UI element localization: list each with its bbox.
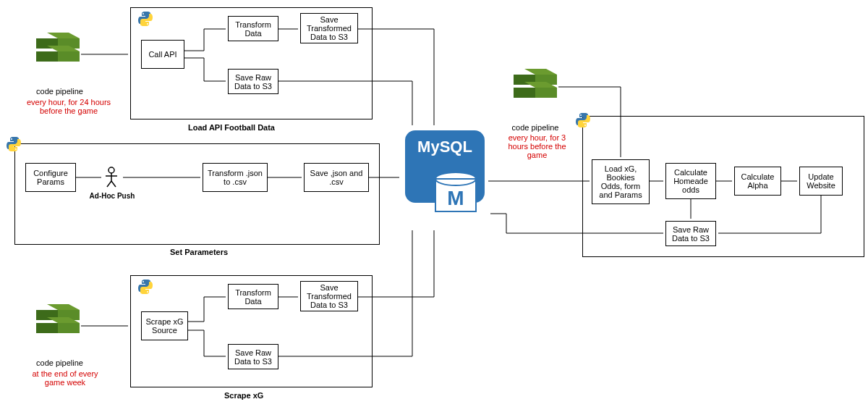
aws-stack-icon [514,69,557,105]
python-icon [137,11,153,27]
mysql-text: MySQL [417,138,472,156]
python-icon [575,112,591,128]
box-transform-data-1: Transform Data [228,16,278,41]
box-transform-json: Transform .json to .csv [203,163,268,192]
group-load-api-title: Load API Football Data [188,123,275,132]
box-load-xg-odds: Load xG, Bookies Odds, form and Params [592,159,650,204]
group-set-params-title: Set Parameters [170,248,228,256]
group-scrape-xg-title: Scrape xG [224,391,263,400]
aws-stack-icon [36,33,80,69]
label-code-pipeline-3: code pipeline [506,123,564,132]
box-save-raw-3: Save Raw Data to S3 [665,221,716,246]
label-adhoc: Ad-Hoc Push [87,192,137,200]
box-scrape-xg-source: Scrape xG Source [141,311,188,340]
python-icon [137,279,153,295]
box-save-transformed-2: Save Transformed Data to S3 [300,281,358,311]
label-schedule-1: every hour, for 24 hours before the game [22,98,116,115]
box-save-raw-1: Save Raw Data to S3 [228,69,278,94]
box-call-api: Call API [141,40,184,69]
box-save-raw-2: Save Raw Data to S3 [228,344,278,369]
box-save-json-csv: Save ,json and .csv [304,163,369,192]
box-calc-homeade: Calculate Homeade odds [665,163,716,199]
label-schedule-3: every hour, for 3 hours before the game [503,133,571,159]
box-update-website: Update Website [799,167,843,196]
mysql-database: MySQL M [401,127,488,228]
svg-text:M: M [447,187,464,209]
label-code-pipeline-2: code pipeline [33,358,87,367]
box-configure-params: Configure Params [25,163,76,192]
aws-stack-icon [36,304,80,340]
group-set-params [14,143,380,245]
label-schedule-2: at the end of every game week [25,369,105,387]
box-save-transformed-1: Save Transformed Data to S3 [300,13,358,43]
stick-figure-icon [103,167,120,188]
box-transform-data-2: Transform Data [228,284,278,309]
box-calc-alpha: Calculate Alpha [734,167,781,196]
python-icon [6,136,22,152]
label-code-pipeline-1: code pipeline [33,87,87,96]
